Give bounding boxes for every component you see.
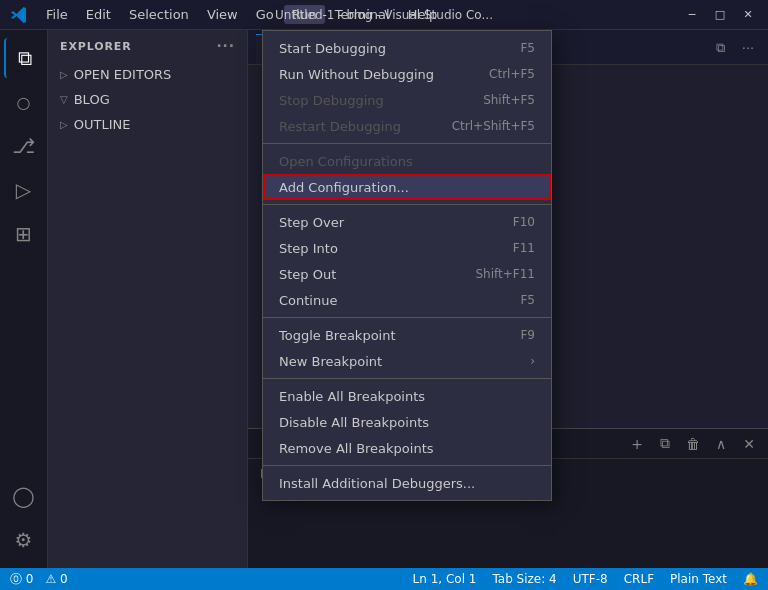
menu-step-out-label: Step Out <box>279 267 336 282</box>
menu-remove-all-breakpoints[interactable]: Remove All Breakpoints <box>263 435 551 461</box>
menu-run-without-debugging[interactable]: Run Without Debugging Ctrl+F5 <box>263 61 551 87</box>
new-breakpoint-arrow: › <box>530 354 535 368</box>
menu-toggle-breakpoint-label: Toggle Breakpoint <box>279 328 396 343</box>
menu-continue-shortcut: F5 <box>520 293 535 307</box>
menu-stop-debugging-label: Stop Debugging <box>279 93 384 108</box>
menu-remove-all-breakpoints-label: Remove All Breakpoints <box>279 441 434 456</box>
menu-enable-all-breakpoints-label: Enable All Breakpoints <box>279 389 425 404</box>
menu-install-debuggers[interactable]: Install Additional Debuggers... <box>263 470 551 496</box>
menu-continue[interactable]: Continue F5 <box>263 287 551 313</box>
separator-1 <box>263 143 551 144</box>
separator-4 <box>263 378 551 379</box>
menu-add-configuration[interactable]: Add Configuration... <box>263 174 551 200</box>
menu-restart-debugging-label: Restart Debugging <box>279 119 401 134</box>
menu-step-into-shortcut: F11 <box>513 241 535 255</box>
menu-open-configurations-label: Open Configurations <box>279 154 413 169</box>
menu-new-breakpoint-label: New Breakpoint <box>279 354 382 369</box>
menu-step-into[interactable]: Step Into F11 <box>263 235 551 261</box>
dropdown-overlay: Start Debugging F5 Run Without Debugging… <box>0 0 768 590</box>
menu-install-debuggers-label: Install Additional Debuggers... <box>279 476 475 491</box>
separator-5 <box>263 465 551 466</box>
separator-2 <box>263 204 551 205</box>
separator-3 <box>263 317 551 318</box>
menu-enable-all-breakpoints[interactable]: Enable All Breakpoints <box>263 383 551 409</box>
run-menu-dropdown: Start Debugging F5 Run Without Debugging… <box>262 30 552 501</box>
menu-disable-all-breakpoints-label: Disable All Breakpoints <box>279 415 429 430</box>
menu-new-breakpoint[interactable]: New Breakpoint › <box>263 348 551 374</box>
menu-start-debugging-shortcut: F5 <box>520 41 535 55</box>
menu-continue-label: Continue <box>279 293 337 308</box>
menu-run-without-debugging-shortcut: Ctrl+F5 <box>489 67 535 81</box>
menu-step-out[interactable]: Step Out Shift+F11 <box>263 261 551 287</box>
menu-step-into-label: Step Into <box>279 241 338 256</box>
menu-open-configurations: Open Configurations <box>263 148 551 174</box>
menu-step-out-shortcut: Shift+F11 <box>475 267 535 281</box>
menu-run-without-debugging-label: Run Without Debugging <box>279 67 434 82</box>
menu-restart-debugging: Restart Debugging Ctrl+Shift+F5 <box>263 113 551 139</box>
menu-start-debugging-label: Start Debugging <box>279 41 386 56</box>
menu-step-over-label: Step Over <box>279 215 344 230</box>
menu-disable-all-breakpoints[interactable]: Disable All Breakpoints <box>263 409 551 435</box>
menu-step-over-shortcut: F10 <box>513 215 535 229</box>
menu-toggle-breakpoint-shortcut: F9 <box>520 328 535 342</box>
menu-stop-debugging: Stop Debugging Shift+F5 <box>263 87 551 113</box>
menu-start-debugging[interactable]: Start Debugging F5 <box>263 35 551 61</box>
menu-step-over[interactable]: Step Over F10 <box>263 209 551 235</box>
menu-stop-debugging-shortcut: Shift+F5 <box>483 93 535 107</box>
menu-toggle-breakpoint[interactable]: Toggle Breakpoint F9 <box>263 322 551 348</box>
menu-add-configuration-label: Add Configuration... <box>279 180 409 195</box>
menu-restart-debugging-shortcut: Ctrl+Shift+F5 <box>452 119 535 133</box>
